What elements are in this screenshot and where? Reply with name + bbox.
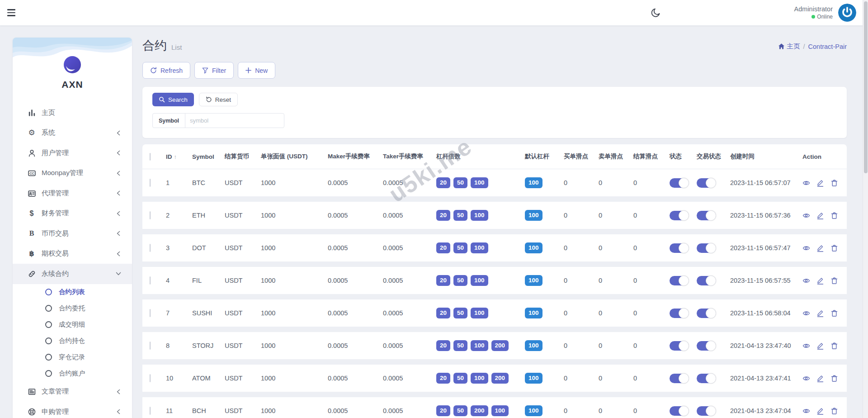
row-checkbox[interactable] <box>150 342 151 350</box>
cell-face-value: 1000 <box>255 179 322 186</box>
sidebar-item-10[interactable]: 文章管理 <box>13 382 132 402</box>
cell-buy-slippage: 0 <box>558 244 593 252</box>
cell-status <box>664 178 691 188</box>
row-checkbox[interactable] <box>150 407 151 415</box>
vertical-scrollbar[interactable] <box>863 0 868 418</box>
filter-button[interactable]: Filter <box>194 62 234 79</box>
row-checkbox[interactable] <box>150 276 151 285</box>
cell-buy-slippage: 0 <box>558 277 593 284</box>
view-eye-icon[interactable] <box>802 212 810 219</box>
sidebar-subitem-6[interactable]: 合约账户 <box>13 366 132 382</box>
sidebar-subitem-2[interactable]: 合约委托 <box>13 300 132 317</box>
trade-status-toggle[interactable] <box>697 309 715 318</box>
select-all-checkbox[interactable] <box>150 153 151 161</box>
sidebar-subitem-1[interactable]: 合约列表 <box>13 284 132 300</box>
row-checkbox[interactable] <box>150 211 151 219</box>
row-checkbox[interactable] <box>150 179 151 187</box>
status-toggle[interactable] <box>670 276 688 285</box>
view-eye-icon[interactable] <box>802 375 810 382</box>
sidebar-item-9[interactable]: 永续合约 <box>13 264 132 284</box>
edit-pencil-icon[interactable] <box>816 212 824 219</box>
view-eye-icon[interactable] <box>802 277 810 285</box>
status-toggle[interactable] <box>670 211 688 220</box>
cell-default-leverage: 100 <box>519 308 558 318</box>
leverage-badge: 50 <box>453 177 467 188</box>
sort-asc-icon[interactable]: ↑ <box>174 153 177 160</box>
status-toggle[interactable] <box>670 243 688 253</box>
edit-pencil-icon[interactable] <box>816 342 824 350</box>
view-eye-icon[interactable] <box>802 309 810 317</box>
delete-trash-icon[interactable] <box>830 309 838 317</box>
sidebar-item-3[interactable]: 用户管理 <box>13 143 132 163</box>
sidebar-item-11[interactable]: 申购管理 <box>13 402 132 418</box>
new-button[interactable]: New <box>238 62 275 79</box>
edit-pencil-icon[interactable] <box>816 244 824 252</box>
status-toggle[interactable] <box>670 309 688 318</box>
sidebar-subitem-5[interactable]: 穿仓记录 <box>13 349 132 366</box>
reset-button[interactable]: Reset <box>199 93 238 106</box>
breadcrumb-home-link[interactable]: 主页 <box>778 42 800 51</box>
sidebar-item-5[interactable]: 代理管理 <box>13 183 132 204</box>
cell-id: 8 <box>160 342 187 349</box>
trade-status-toggle[interactable] <box>697 243 715 253</box>
status-toggle[interactable] <box>670 374 688 383</box>
default-leverage-badge: 100 <box>525 340 542 351</box>
sidebar-item-8[interactable]: ฿期权交易 <box>13 244 132 264</box>
symbol-input[interactable] <box>185 114 284 128</box>
sidebar-subitem-4[interactable]: 合约持仓 <box>13 333 132 349</box>
sidebar-item-7[interactable]: B币币交易 <box>13 223 132 244</box>
delete-trash-icon[interactable] <box>830 375 838 382</box>
sidebar-item-2[interactable]: ⚙系统 <box>13 123 132 143</box>
baht-icon: ฿ <box>27 250 36 257</box>
sidebar-item-6[interactable]: $财务管理 <box>13 204 132 224</box>
user-block[interactable]: Administrator Online <box>794 5 833 20</box>
edit-pencil-icon[interactable] <box>816 407 824 415</box>
page-subtitle: List <box>171 43 182 51</box>
delete-trash-icon[interactable] <box>830 179 838 187</box>
plus-icon <box>245 67 251 73</box>
view-eye-icon[interactable] <box>802 244 810 252</box>
refresh-button[interactable]: Refresh <box>142 62 190 79</box>
search-button[interactable]: Search <box>152 93 194 106</box>
trade-status-toggle[interactable] <box>697 341 715 351</box>
status-toggle[interactable] <box>670 178 688 188</box>
scrollbar-thumb[interactable] <box>864 1 868 173</box>
cell-taker-fee: 0.0005 <box>377 179 431 186</box>
leverage-badge: 20 <box>436 340 450 351</box>
edit-pencil-icon[interactable] <box>816 375 824 382</box>
edit-pencil-icon[interactable] <box>816 277 824 285</box>
bar-chart-icon <box>27 109 36 117</box>
trade-status-toggle[interactable] <box>697 374 715 383</box>
trade-status-toggle[interactable] <box>697 211 715 220</box>
sidebar-subitem-3[interactable]: 成交明细 <box>13 317 132 333</box>
row-checkbox[interactable] <box>150 374 151 382</box>
avatar[interactable] <box>838 4 856 22</box>
delete-trash-icon[interactable] <box>830 277 838 285</box>
radio-circle-icon <box>45 337 52 344</box>
sidebar-item-1[interactable]: 主页 <box>13 103 132 123</box>
status-toggle[interactable] <box>670 406 688 416</box>
view-eye-icon[interactable] <box>802 179 810 187</box>
cell-face-value: 1000 <box>255 342 322 349</box>
trade-status-toggle[interactable] <box>697 178 715 188</box>
dark-mode-moon-icon[interactable] <box>651 8 661 18</box>
delete-trash-icon[interactable] <box>830 342 838 350</box>
view-eye-icon[interactable] <box>802 407 810 415</box>
hamburger-menu-icon[interactable] <box>7 7 19 19</box>
sidebar-item-4[interactable]: CCMoonpay管理 <box>13 163 132 184</box>
status-toggle[interactable] <box>670 341 688 351</box>
column-header[interactable]: ID↑ <box>160 153 187 160</box>
delete-trash-icon[interactable] <box>830 407 838 415</box>
view-eye-icon[interactable] <box>802 342 810 350</box>
cell-id: 11 <box>160 407 187 414</box>
delete-trash-icon[interactable] <box>830 212 838 219</box>
cell-id: 7 <box>160 309 187 317</box>
trade-status-toggle[interactable] <box>697 406 715 416</box>
edit-pencil-icon[interactable] <box>816 179 824 187</box>
delete-trash-icon[interactable] <box>830 244 838 252</box>
trade-status-toggle[interactable] <box>697 276 715 285</box>
edit-pencil-icon[interactable] <box>816 309 824 317</box>
breadcrumb-current[interactable]: Contract-Pair <box>808 43 847 50</box>
row-checkbox[interactable] <box>150 244 151 252</box>
row-checkbox[interactable] <box>150 309 151 317</box>
